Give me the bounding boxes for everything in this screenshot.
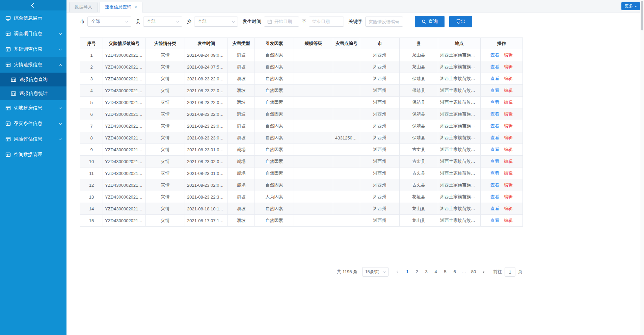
page-button-4[interactable]: 4	[431, 267, 440, 277]
table-cell: 龙山县	[400, 49, 438, 61]
column-header-8: 市	[360, 38, 400, 49]
tab-data-import[interactable]: 数据导入	[69, 2, 98, 12]
sidebar-item-label: 灾情速报信息	[14, 62, 59, 68]
page-size-select[interactable]: 15条/页	[362, 267, 388, 277]
sidebar-item-risk-assessment[interactable]: 风险评估信息	[0, 131, 66, 147]
tab-close-icon[interactable]: ×	[134, 5, 137, 9]
sidebar-collapse-button[interactable]	[0, 0, 66, 10]
view-link[interactable]: 查看	[490, 100, 499, 105]
edit-link[interactable]: 编辑	[504, 100, 513, 105]
page-button-2[interactable]: 2	[412, 267, 422, 277]
sidebar-item-overview[interactable]: 综合信息展示	[0, 10, 66, 26]
page-button-80[interactable]: 80	[469, 267, 478, 277]
view-link[interactable]: 查看	[490, 218, 499, 223]
query-button[interactable]: 查询	[415, 16, 445, 27]
tab-report-query[interactable]: 速报信息查询×	[100, 2, 142, 12]
view-link[interactable]: 查看	[490, 206, 499, 211]
page-button-3[interactable]: 3	[422, 267, 431, 277]
view-link[interactable]: 查看	[490, 147, 499, 152]
table-cell: 保靖县	[400, 73, 438, 85]
edit-link[interactable]: 编辑	[504, 88, 513, 93]
table-cell: 湘西土家族苗族自...	[438, 49, 481, 61]
edit-link[interactable]: 编辑	[504, 159, 513, 164]
operations-cell: 查看编辑	[481, 49, 523, 61]
total-count-label: 共 1195 条	[337, 269, 357, 275]
county-select-value: 全部	[147, 19, 156, 25]
tab-bar: 数据导入速报信息查询× 更多	[66, 0, 644, 12]
table-cell: 12	[80, 179, 103, 191]
report-table: 序号灾险情反馈编号灾险情分类发生时间灾害类型引发因素规模等级灾害点编号市县地点操…	[80, 37, 523, 227]
table-cell: 湘西土家族苗族自...	[438, 120, 481, 132]
column-header-4: 灾害类型	[228, 38, 255, 49]
view-link[interactable]: 查看	[490, 182, 499, 187]
view-link[interactable]: 查看	[490, 111, 499, 117]
table-row: 7YZD43000020210...灾情2021-08-23 23:00:00滑…	[80, 120, 523, 132]
edit-link[interactable]: 编辑	[504, 218, 513, 223]
view-link[interactable]: 查看	[490, 76, 499, 81]
view-link[interactable]: 查看	[490, 64, 499, 69]
tabs: 数据导入速报信息查询×	[69, 2, 144, 12]
grid-icon	[5, 47, 11, 52]
scrollbar-thumb[interactable]	[641, 1, 643, 30]
view-link[interactable]: 查看	[490, 52, 499, 57]
next-page-button[interactable]	[478, 267, 488, 277]
table-cell: 滑坡	[228, 108, 255, 120]
edit-link[interactable]: 编辑	[504, 123, 513, 128]
sidebar-subitem-report-query[interactable]: 速报信息查询	[0, 73, 66, 86]
edit-link[interactable]: 编辑	[504, 206, 513, 211]
operations-cell: 查看编辑	[481, 203, 523, 215]
keyword-input[interactable]	[365, 17, 403, 27]
edit-link[interactable]: 编辑	[504, 52, 513, 57]
table-cell: 灾情	[146, 168, 185, 179]
table-cell	[333, 97, 360, 108]
table-cell: 自然因素	[255, 85, 294, 97]
edit-link[interactable]: 编辑	[504, 182, 513, 187]
table-cell: 2021-08-24 07:50:00	[185, 61, 228, 73]
table-cell: 湘西土家族苗族自...	[438, 97, 481, 108]
sidebar-item-hazard-condition[interactable]: 孕灾条件信息	[0, 116, 66, 131]
export-button-label: 导出	[456, 19, 465, 25]
sidebar-item-basic-survey[interactable]: 基础调查信息	[0, 42, 66, 57]
edit-link[interactable]: 编辑	[504, 111, 513, 117]
table-row: 10YZD43000020210...灾情2021-08-23 02:00:00…	[80, 156, 523, 168]
table-cell: 花垣县	[400, 191, 438, 203]
sidebar-item-label: 基础调查信息	[14, 46, 59, 52]
sidebar-item-slope-housing[interactable]: 切坡建房信息	[0, 100, 66, 116]
page-button-5[interactable]: 5	[440, 267, 450, 277]
town-select[interactable]: 全部	[194, 17, 238, 27]
edit-link[interactable]: 编辑	[504, 171, 513, 176]
start-date-input[interactable]: 开始日期	[264, 17, 299, 27]
more-button[interactable]: 更多	[621, 2, 640, 10]
county-select[interactable]: 全部	[143, 17, 182, 27]
table-cell: 湘西土家族苗族自...	[438, 144, 481, 156]
end-date-input[interactable]: 结束日期	[309, 17, 344, 27]
goto-page-input[interactable]	[505, 267, 515, 277]
view-link[interactable]: 查看	[490, 171, 499, 176]
prev-page-button[interactable]	[393, 267, 403, 277]
page-button-1[interactable]: 1	[403, 267, 412, 277]
sidebar-subitem-report-stats[interactable]: 速报信息统计	[0, 86, 66, 100]
table-cell: 灾情	[146, 191, 185, 203]
table-cell: 8	[80, 132, 103, 144]
sidebar-item-disaster-report[interactable]: 灾情速报信息	[0, 57, 66, 73]
edit-link[interactable]: 编辑	[504, 135, 513, 140]
city-select[interactable]: 全部	[87, 17, 131, 27]
table-cell: 湘西州	[360, 132, 400, 144]
scrollbar[interactable]	[640, 0, 644, 335]
sidebar-item-survey-project[interactable]: 调查项目信息	[0, 26, 66, 42]
edit-link[interactable]: 编辑	[504, 194, 513, 199]
view-link[interactable]: 查看	[490, 135, 499, 140]
view-link[interactable]: 查看	[490, 88, 499, 93]
table-cell: 2021-08-24 09:05:00	[185, 49, 228, 61]
edit-link[interactable]: 编辑	[504, 76, 513, 81]
view-link[interactable]: 查看	[490, 159, 499, 164]
edit-link[interactable]: 编辑	[504, 64, 513, 69]
table-cell: 湘西土家族苗族自...	[438, 168, 481, 179]
view-link[interactable]: 查看	[490, 123, 499, 128]
view-link[interactable]: 查看	[490, 194, 499, 199]
sidebar-item-spatial-data[interactable]: 空间数据管理	[0, 147, 66, 162]
page-button-6[interactable]: 6	[450, 267, 459, 277]
calendar-icon	[267, 19, 272, 24]
edit-link[interactable]: 编辑	[504, 147, 513, 152]
export-button[interactable]: 导出	[449, 16, 472, 27]
